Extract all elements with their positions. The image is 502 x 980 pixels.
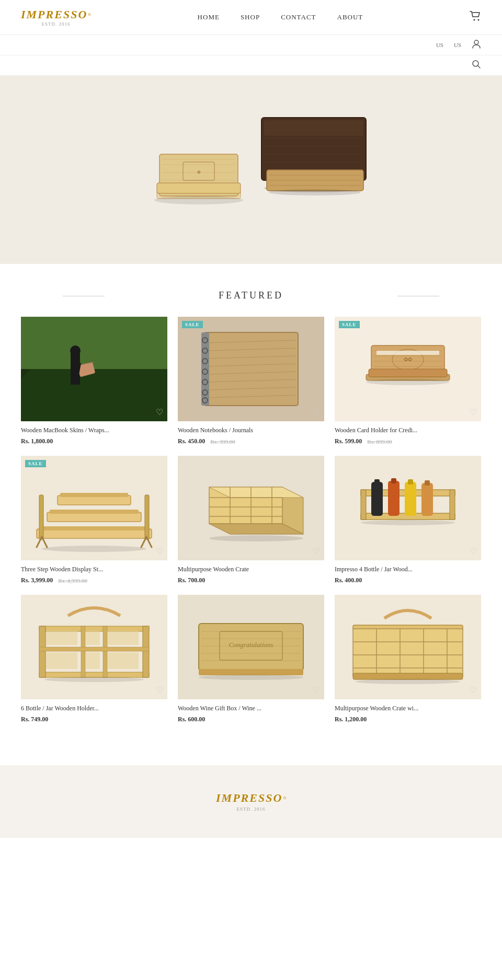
sale-badge: SALE xyxy=(182,321,203,328)
svg-point-108 xyxy=(361,520,455,525)
user-icon[interactable] xyxy=(472,39,481,51)
footer-logo: IMPRESSO ° ESTD. 2016 xyxy=(216,791,286,812)
cart-icon[interactable] xyxy=(470,11,481,24)
wishlist-button[interactable]: ♡ xyxy=(470,407,477,417)
svg-point-134 xyxy=(199,675,303,680)
header: IMPRESSO ° ESTD. 2016 HOME SHOP CONTACT … xyxy=(0,0,502,35)
svg-point-94 xyxy=(209,535,303,541)
sub-nav-us-1[interactable]: US xyxy=(436,42,443,48)
svg-rect-101 xyxy=(374,479,380,485)
footer-brand-dot: ° xyxy=(283,795,286,804)
svg-rect-145 xyxy=(353,673,463,679)
product-price-original: Rs. 399.00 xyxy=(210,439,235,445)
svg-rect-119 xyxy=(107,630,139,645)
svg-rect-100 xyxy=(371,482,383,516)
featured-header: FEATURED xyxy=(21,290,481,301)
search-icon[interactable] xyxy=(472,60,481,71)
wishlist-button[interactable]: ♡ xyxy=(470,546,477,556)
sub-nav-us-2[interactable]: US xyxy=(454,42,461,48)
svg-rect-77 xyxy=(145,495,149,539)
product-card[interactable]: ♡ Impresso 4 Bottle / Jar Wood... Rs. 40… xyxy=(335,456,481,584)
svg-rect-11 xyxy=(157,183,241,193)
svg-point-0 xyxy=(474,19,475,21)
wishlist-button[interactable]: ♡ xyxy=(313,685,320,695)
product-image-container: ♡ xyxy=(335,595,481,699)
product-price: Rs. 400.00 xyxy=(335,577,362,584)
svg-rect-117 xyxy=(46,630,77,645)
product-card[interactable]: ♡ Wooden MacBook Skins / Wraps... Rs. 1,… xyxy=(21,317,167,445)
price-row: Rs. 600.00 xyxy=(178,716,324,723)
svg-rect-66 xyxy=(369,369,447,377)
svg-rect-121 xyxy=(85,652,100,669)
product-name: Wooden Card Holder for Credi... xyxy=(335,426,481,434)
svg-point-146 xyxy=(356,679,460,684)
wishlist-button[interactable]: ♡ xyxy=(313,407,320,417)
product-card[interactable]: Congratulations ♡ Wooden Wine Gift Box /… xyxy=(178,595,324,723)
nav-contact[interactable]: CONTACT xyxy=(281,13,316,21)
product-price: Rs. 749.00 xyxy=(21,716,48,723)
wishlist-button[interactable]: ♡ xyxy=(156,407,163,417)
product-image-container: SALE ✿✿ xyxy=(335,317,481,421)
product-price-original: Rs. 899.00 xyxy=(367,439,392,445)
wishlist-button[interactable]: ♡ xyxy=(470,685,477,695)
nav-shop[interactable]: SHOP xyxy=(241,13,260,21)
product-card[interactable]: ♡ Multipurpose Wooden Crate wi... Rs. 1,… xyxy=(335,595,481,723)
product-card[interactable]: ♡ Multipurpose Wooden Crate Rs. 700.00 xyxy=(178,456,324,584)
svg-rect-67 xyxy=(376,351,439,355)
svg-rect-112 xyxy=(39,626,45,677)
svg-rect-4 xyxy=(68,81,434,259)
brand-name: IMPRESSO xyxy=(21,8,87,21)
hero-background: ✿ xyxy=(0,76,502,264)
logo[interactable]: IMPRESSO ° ESTD. 2016 xyxy=(21,8,91,27)
svg-rect-118 xyxy=(85,630,100,645)
svg-point-3 xyxy=(473,61,478,66)
svg-rect-120 xyxy=(46,652,77,669)
svg-point-30 xyxy=(269,189,361,195)
svg-rect-107 xyxy=(425,480,430,486)
sub-header: US US xyxy=(0,35,502,55)
svg-rect-104 xyxy=(405,482,416,516)
svg-rect-23 xyxy=(264,120,363,136)
svg-point-35 xyxy=(70,345,81,356)
brand-estd: ESTD. 2016 xyxy=(41,21,70,27)
wishlist-button[interactable]: ♡ xyxy=(156,546,163,556)
svg-rect-73 xyxy=(50,510,139,514)
product-card[interactable]: SALE xyxy=(21,456,167,584)
price-row: Rs. 599.00 Rs. 899.00 xyxy=(335,437,481,445)
svg-rect-33 xyxy=(21,317,167,369)
hero-section: ✿ xyxy=(0,76,502,264)
nav-home[interactable]: HOME xyxy=(198,13,220,21)
svg-point-68 xyxy=(366,379,450,385)
svg-rect-102 xyxy=(388,481,400,516)
product-name: Multipurpose Wooden Crate xyxy=(178,566,324,573)
product-image-container: ♡ xyxy=(21,317,167,421)
product-name: Multipurpose Wooden Crate wi... xyxy=(335,705,481,712)
main-nav: HOME SHOP CONTACT ABOUT xyxy=(198,13,363,21)
product-price: Rs. 3,999.00 xyxy=(21,577,53,584)
svg-rect-106 xyxy=(421,483,433,516)
svg-rect-76 xyxy=(39,495,43,539)
svg-text:✿✿: ✿✿ xyxy=(404,356,412,362)
price-row: Rs. 1,200.00 xyxy=(335,716,481,723)
footer: IMPRESSO ° ESTD. 2016 xyxy=(0,765,502,838)
wishlist-button[interactable]: ♡ xyxy=(156,685,163,695)
svg-text:✿: ✿ xyxy=(197,170,201,175)
product-name: Wooden MacBook Skins / Wraps... xyxy=(21,426,167,434)
product-card[interactable]: SALE ✿✿ xyxy=(335,317,481,445)
price-row: Rs. 450.00 Rs. 399.00 xyxy=(178,437,324,445)
sale-badge: SALE xyxy=(339,321,360,328)
product-name: Wooden Notebooks / Journals xyxy=(178,426,324,434)
svg-rect-98 xyxy=(361,490,366,520)
product-card[interactable]: ♡ 6 Bottle / Jar Wooden Holder... Rs. 74… xyxy=(21,595,167,723)
product-price: Rs. 1,800.00 xyxy=(21,437,53,445)
wishlist-button[interactable]: ♡ xyxy=(313,546,320,556)
svg-rect-99 xyxy=(450,490,455,520)
svg-rect-75 xyxy=(60,493,128,497)
product-card[interactable]: SALE xyxy=(178,317,324,445)
price-row: Rs. 749.00 xyxy=(21,716,167,723)
product-grid: ♡ Wooden MacBook Skins / Wraps... Rs. 1,… xyxy=(21,317,481,723)
sale-badge: SALE xyxy=(25,460,46,467)
svg-rect-116 xyxy=(39,647,149,651)
nav-about[interactable]: ABOUT xyxy=(337,13,363,21)
svg-rect-133 xyxy=(199,669,303,675)
